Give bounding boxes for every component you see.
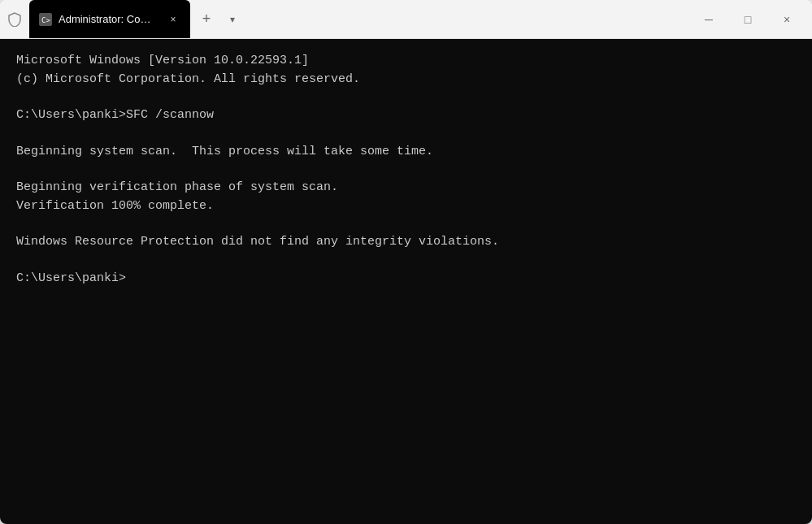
tab-title: Administrator: Command Prom: [59, 13, 156, 25]
window: C> Administrator: Command Prom × + ▾ ─ □…: [0, 0, 812, 524]
terminal-blank-1: [16, 89, 796, 106]
cmd-icon: C>: [39, 13, 52, 26]
maximize-button[interactable]: □: [729, 6, 766, 32]
tab-area: C> Administrator: Command Prom × + ▾: [7, 0, 690, 38]
terminal-blank-4: [16, 215, 796, 233]
terminal-line-8: C:\Users\panki>: [16, 270, 796, 288]
terminal-blank-2: [16, 125, 796, 143]
titlebar-controls: ─ □ ×: [690, 6, 805, 32]
active-tab[interactable]: C> Administrator: Command Prom ×: [29, 0, 190, 38]
terminal-line-5: Beginning verification phase of system s…: [16, 179, 796, 197]
minimize-button[interactable]: ─: [690, 6, 727, 32]
tab-close-button[interactable]: ×: [166, 12, 180, 27]
terminal-line-4: Beginning system scan. This process will…: [16, 143, 796, 162]
terminal-line-7: Windows Resource Protection did not find…: [16, 233, 796, 252]
terminal-line-3: C:\Users\panki>SFC /scannow: [16, 106, 796, 125]
tab-dropdown-button[interactable]: ▾: [221, 8, 244, 31]
terminal[interactable]: Microsoft Windows [Version 10.0.22593.1]…: [0, 39, 812, 524]
terminal-blank-5: [16, 252, 796, 270]
shield-icon: [7, 11, 23, 28]
titlebar: C> Administrator: Command Prom × + ▾ ─ □…: [0, 0, 812, 39]
terminal-blank-3: [16, 161, 796, 179]
new-tab-button[interactable]: +: [193, 6, 219, 32]
close-button[interactable]: ×: [768, 6, 805, 32]
terminal-line-2: (c) Microsoft Corporation. All rights re…: [16, 71, 796, 89]
terminal-line-1: Microsoft Windows [Version 10.0.22593.1]: [16, 52, 796, 71]
svg-text:C>: C>: [41, 16, 50, 24]
terminal-line-6: Verification 100% complete.: [16, 197, 796, 216]
